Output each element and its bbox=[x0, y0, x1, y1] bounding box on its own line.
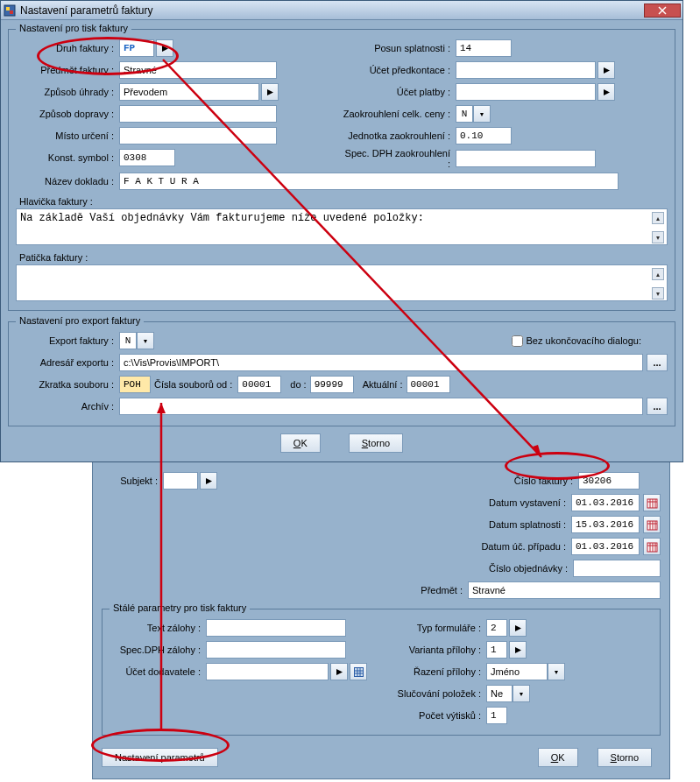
ok-button[interactable]: OK bbox=[280, 433, 321, 453]
label-paticka: Patička faktury : bbox=[19, 252, 668, 263]
zaok-dropdown[interactable]: ▼ bbox=[473, 105, 491, 123]
ok-button-lower[interactable]: OK bbox=[538, 748, 578, 767]
zaok-celk-input[interactable] bbox=[456, 105, 473, 123]
label-razeni: Řazení přílohy : bbox=[381, 666, 486, 677]
label-ucet-dod: Účet dodavatele : bbox=[110, 666, 206, 677]
print-settings-group: Nastavení pro tisk faktury Druh faktury … bbox=[8, 29, 675, 311]
datum-uc-input[interactable] bbox=[571, 538, 640, 555]
storno-button[interactable]: Storno bbox=[349, 433, 403, 453]
spec-dph-zaok-input[interactable] bbox=[456, 150, 596, 167]
svg-marker-7 bbox=[604, 67, 610, 74]
label-text-zalohy: Text zálohy : bbox=[110, 623, 206, 633]
label-slucovani: Slučování položek : bbox=[381, 688, 486, 699]
archiv-input[interactable] bbox=[119, 398, 643, 415]
label-zkratka: Zkratka souboru : bbox=[16, 379, 119, 390]
label-typ-form: Typ formuláře : bbox=[381, 623, 486, 633]
label-adresar: Adresář exportu : bbox=[16, 357, 119, 368]
label-nazev: Název dokladu : bbox=[16, 176, 119, 187]
uhrada-picker[interactable] bbox=[261, 83, 279, 101]
jednotka-input[interactable] bbox=[456, 127, 512, 144]
ucet-predk-input[interactable] bbox=[456, 61, 596, 79]
predmet-lower-input[interactable] bbox=[468, 581, 661, 599]
do-input[interactable] bbox=[310, 376, 354, 393]
svg-marker-25 bbox=[336, 669, 343, 675]
adresar-browse-button[interactable]: ... bbox=[647, 354, 668, 371]
cislo-fakt-input[interactable] bbox=[578, 472, 640, 490]
background-window: Subjekt : Číslo faktury : Datum vystaven… bbox=[92, 462, 670, 779]
adresar-input[interactable] bbox=[119, 354, 643, 371]
druh-faktury-input[interactable] bbox=[119, 39, 154, 57]
calendar-button-uc[interactable] bbox=[643, 538, 661, 555]
storno-button-lower[interactable]: Storno bbox=[597, 748, 652, 767]
aktualni-input[interactable] bbox=[407, 376, 450, 393]
pocet-vyt-input[interactable] bbox=[486, 707, 507, 724]
label-cislo-obj: Číslo objednávky : bbox=[468, 563, 573, 574]
razeni-input[interactable] bbox=[486, 663, 548, 680]
archiv-browse-button[interactable]: ... bbox=[647, 398, 668, 415]
razeni-dropdown[interactable]: ▼ bbox=[548, 663, 565, 680]
slucovani-dropdown[interactable]: ▼ bbox=[513, 685, 530, 702]
label-misto: Místo určení : bbox=[16, 130, 119, 141]
od-input[interactable] bbox=[237, 376, 281, 393]
typ-form-picker[interactable] bbox=[509, 619, 527, 637]
ucet-platby-picker[interactable] bbox=[597, 83, 615, 101]
label-jednotka: Jednotka zaokrouhlení : bbox=[342, 130, 456, 141]
calendar-button-spl[interactable] bbox=[643, 516, 661, 533]
svg-marker-8 bbox=[604, 89, 610, 95]
label-ucet-predk: Účet předkontace : bbox=[342, 65, 456, 75]
export-dropdown[interactable]: ▼ bbox=[137, 332, 154, 349]
ucet-predk-picker[interactable] bbox=[597, 61, 615, 79]
export-input[interactable] bbox=[119, 332, 137, 349]
subjekt-picker[interactable] bbox=[200, 472, 217, 490]
uhrada-input[interactable] bbox=[119, 83, 259, 101]
scroll-down[interactable]: ▾ bbox=[652, 231, 664, 243]
label-ucet-platby: Účet platby : bbox=[342, 87, 456, 97]
zkratka-input[interactable] bbox=[119, 376, 151, 393]
svg-marker-6 bbox=[267, 89, 273, 95]
druh-faktury-picker[interactable] bbox=[156, 39, 173, 57]
doprava-input[interactable] bbox=[119, 105, 277, 123]
print-group-title: Nastavení pro tisk faktury bbox=[16, 23, 131, 33]
ucet-dod-picker[interactable] bbox=[330, 663, 348, 680]
scroll-down-2[interactable]: ▾ bbox=[652, 287, 664, 299]
subjekt-input[interactable] bbox=[163, 472, 198, 490]
text-zalohy-input[interactable] bbox=[206, 619, 346, 637]
close-button[interactable] bbox=[644, 4, 681, 18]
scroll-up-2[interactable]: ▴ bbox=[652, 268, 664, 280]
svg-marker-32 bbox=[515, 625, 521, 631]
nastaveni-parametru-button[interactable]: Nastavení parametrů bbox=[102, 748, 218, 767]
misto-input[interactable] bbox=[119, 127, 277, 144]
label-bez-dialogu: Bez ukončovacího dialogu: bbox=[527, 335, 641, 346]
label-posun: Posun splatnosti : bbox=[342, 43, 456, 53]
spec-dph-input[interactable] bbox=[206, 641, 346, 659]
ucet-dod-grid[interactable] bbox=[350, 663, 367, 680]
datum-vys-input[interactable] bbox=[571, 494, 640, 511]
paticka-textarea[interactable] bbox=[16, 264, 668, 301]
label-cislo-fakt: Číslo faktury : bbox=[473, 476, 578, 486]
datum-spl-input[interactable] bbox=[571, 516, 640, 533]
label-pocet-vyt: Počet výtisků : bbox=[381, 710, 486, 721]
export-settings-group: Nastavení pro export faktury Export fakt… bbox=[8, 321, 675, 426]
titlebar: Nastavení parametrů faktury bbox=[1, 1, 682, 20]
stale-group-title: Stálé parametry pro tisk faktury bbox=[110, 602, 250, 613]
bez-dialogu-checkbox[interactable] bbox=[512, 335, 523, 347]
label-doprava: Způsob dopravy : bbox=[16, 109, 119, 119]
var-pril-input[interactable] bbox=[486, 641, 507, 659]
var-pril-picker[interactable] bbox=[509, 641, 527, 659]
cislo-obj-input[interactable] bbox=[573, 560, 661, 577]
label-datum-vys: Datum vystavení : bbox=[466, 497, 571, 508]
ucet-platby-input[interactable] bbox=[456, 83, 596, 101]
label-do: do : bbox=[290, 379, 306, 390]
ks-input[interactable] bbox=[119, 149, 175, 166]
hlavicka-textarea[interactable] bbox=[16, 208, 668, 245]
ucet-dod-input[interactable] bbox=[206, 663, 329, 680]
slucovani-input[interactable] bbox=[486, 685, 513, 702]
label-spec-dph-zaok: Spec. DPH zaokrouhlení : bbox=[342, 148, 456, 169]
calendar-button-vys[interactable] bbox=[643, 494, 661, 511]
typ-form-input[interactable] bbox=[486, 619, 507, 637]
scroll-up[interactable]: ▴ bbox=[652, 212, 664, 224]
predmet-input[interactable] bbox=[119, 61, 277, 79]
posun-input[interactable] bbox=[456, 39, 512, 57]
label-hlavicka: Hlavička faktury : bbox=[19, 196, 668, 207]
nazev-input[interactable] bbox=[119, 173, 619, 190]
